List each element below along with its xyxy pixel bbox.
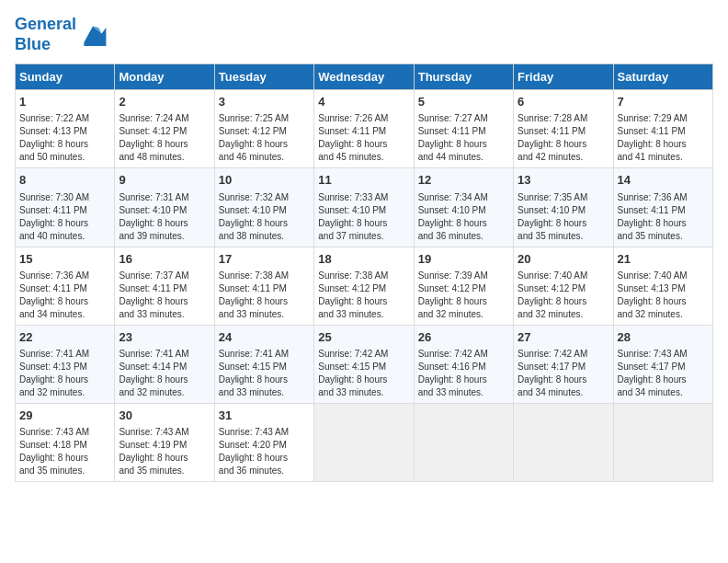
day-info-line: Sunset: 4:18 PM	[19, 439, 110, 452]
day-info-line: Sunset: 4:12 PM	[119, 125, 210, 138]
day-info-line: and 32 minutes.	[19, 386, 110, 399]
logo-icon	[78, 20, 108, 50]
calendar-week-4: 22Sunrise: 7:41 AMSunset: 4:13 PMDayligh…	[16, 325, 713, 403]
day-info-line: Sunrise: 7:30 AM	[19, 191, 110, 204]
day-number: 7	[618, 94, 709, 110]
day-info-line: and 39 minutes.	[119, 230, 210, 243]
weekday-header-sunday: Sunday	[16, 64, 115, 90]
day-info-line: Daylight: 8 hours	[518, 217, 609, 230]
calendar-cell: 1Sunrise: 7:22 AMSunset: 4:13 PMDaylight…	[16, 90, 115, 168]
day-number: 29	[19, 408, 110, 424]
day-info-line: Sunset: 4:16 PM	[418, 361, 509, 373]
day-info-line: and 33 minutes.	[418, 386, 509, 399]
calendar-cell	[414, 403, 513, 481]
calendar-cell: 10Sunrise: 7:32 AMSunset: 4:10 PMDayligh…	[214, 168, 313, 247]
weekday-header-tuesday: Tuesday	[214, 64, 313, 90]
day-number: 14	[618, 172, 709, 189]
calendar-cell: 19Sunrise: 7:39 AMSunset: 4:12 PMDayligh…	[414, 247, 513, 325]
calendar-cell: 15Sunrise: 7:36 AMSunset: 4:11 PMDayligh…	[16, 247, 115, 325]
day-info-line: Sunrise: 7:36 AM	[618, 191, 709, 204]
day-info-line: Sunrise: 7:43 AM	[219, 426, 310, 439]
calendar-cell: 16Sunrise: 7:37 AMSunset: 4:11 PMDayligh…	[115, 247, 214, 325]
day-info-line: Sunset: 4:10 PM	[318, 204, 409, 217]
page-header: General Blue	[15, 15, 713, 54]
day-info-line: Sunrise: 7:37 AM	[119, 270, 210, 282]
day-number: 9	[119, 172, 210, 189]
day-number: 25	[318, 329, 409, 346]
logo-blue: Blue	[15, 35, 51, 53]
day-info-line: Daylight: 8 hours	[418, 138, 509, 151]
day-number: 26	[418, 329, 509, 346]
day-info-line: Daylight: 8 hours	[618, 138, 709, 151]
day-info-line: Sunrise: 7:36 AM	[19, 270, 110, 282]
day-info-line: Daylight: 8 hours	[119, 138, 210, 151]
day-number: 4	[318, 94, 409, 110]
day-info-line: and 32 minutes.	[418, 308, 509, 321]
day-info-line: Daylight: 8 hours	[518, 373, 609, 386]
calendar-cell: 30Sunrise: 7:43 AMSunset: 4:19 PMDayligh…	[115, 403, 214, 481]
day-info-line: Sunset: 4:20 PM	[219, 439, 310, 452]
day-number: 22	[19, 329, 110, 346]
day-info-line: Sunrise: 7:31 AM	[119, 191, 210, 204]
day-info-line: and 48 minutes.	[119, 151, 210, 164]
day-info-line: Sunrise: 7:41 AM	[19, 348, 110, 361]
weekday-header-thursday: Thursday	[414, 64, 513, 90]
day-info-line: Sunset: 4:11 PM	[618, 125, 709, 138]
calendar-cell: 4Sunrise: 7:26 AMSunset: 4:11 PMDaylight…	[314, 90, 414, 168]
calendar-cell: 17Sunrise: 7:38 AMSunset: 4:11 PMDayligh…	[214, 247, 313, 325]
day-info-line: Daylight: 8 hours	[618, 295, 709, 308]
calendar-cell: 31Sunrise: 7:43 AMSunset: 4:20 PMDayligh…	[214, 403, 313, 481]
calendar-cell: 21Sunrise: 7:40 AMSunset: 4:13 PMDayligh…	[613, 247, 712, 325]
day-info-line: and 42 minutes.	[518, 151, 609, 164]
day-info-line: Daylight: 8 hours	[318, 295, 409, 308]
day-info-line: Daylight: 8 hours	[418, 295, 509, 308]
calendar-cell: 3Sunrise: 7:25 AMSunset: 4:12 PMDaylight…	[214, 90, 313, 168]
weekday-header-wednesday: Wednesday	[314, 64, 414, 90]
calendar-cell: 5Sunrise: 7:27 AMSunset: 4:11 PMDaylight…	[414, 90, 513, 168]
day-info-line: Sunrise: 7:41 AM	[119, 348, 210, 361]
day-info-line: Sunset: 4:11 PM	[418, 125, 509, 138]
calendar-cell: 12Sunrise: 7:34 AMSunset: 4:10 PMDayligh…	[414, 168, 513, 247]
day-info-line: Sunset: 4:17 PM	[518, 361, 609, 373]
day-info-line: Sunset: 4:12 PM	[518, 282, 609, 295]
header-row: SundayMondayTuesdayWednesdayThursdayFrid…	[16, 64, 713, 90]
calendar-cell: 8Sunrise: 7:30 AMSunset: 4:11 PMDaylight…	[16, 168, 115, 247]
logo-text: General Blue	[15, 15, 76, 54]
calendar-cell	[314, 403, 414, 481]
day-info-line: Sunrise: 7:28 AM	[518, 112, 609, 125]
day-number: 31	[219, 408, 310, 424]
day-info-line: and 36 minutes.	[418, 230, 509, 243]
calendar-cell: 7Sunrise: 7:29 AMSunset: 4:11 PMDaylight…	[613, 90, 712, 168]
day-info-line: Daylight: 8 hours	[418, 217, 509, 230]
calendar-week-3: 15Sunrise: 7:36 AMSunset: 4:11 PMDayligh…	[16, 247, 713, 325]
calendar-cell: 26Sunrise: 7:42 AMSunset: 4:16 PMDayligh…	[414, 325, 513, 403]
day-info-line: Sunrise: 7:34 AM	[418, 191, 509, 204]
day-info-line: Sunrise: 7:38 AM	[318, 270, 409, 282]
day-info-line: and 50 minutes.	[19, 151, 110, 164]
calendar-cell: 28Sunrise: 7:43 AMSunset: 4:17 PMDayligh…	[613, 325, 712, 403]
day-number: 28	[618, 329, 709, 346]
day-info-line: Sunrise: 7:27 AM	[418, 112, 509, 125]
day-info-line: and 45 minutes.	[318, 151, 409, 164]
calendar-cell: 9Sunrise: 7:31 AMSunset: 4:10 PMDaylight…	[115, 168, 214, 247]
day-info-line: and 35 minutes.	[618, 230, 709, 243]
day-info-line: Daylight: 8 hours	[618, 373, 709, 386]
day-info-line: Sunset: 4:13 PM	[19, 125, 110, 138]
day-info-line: Sunset: 4:12 PM	[318, 282, 409, 295]
calendar-table: SundayMondayTuesdayWednesdayThursdayFrid…	[15, 63, 713, 482]
day-info-line: Daylight: 8 hours	[119, 295, 210, 308]
day-info-line: Daylight: 8 hours	[119, 217, 210, 230]
calendar-cell: 22Sunrise: 7:41 AMSunset: 4:13 PMDayligh…	[16, 325, 115, 403]
calendar-cell	[613, 403, 712, 481]
day-info-line: Sunrise: 7:22 AM	[19, 112, 110, 125]
day-info-line: Sunset: 4:13 PM	[19, 361, 110, 373]
day-number: 11	[318, 172, 409, 189]
day-info-line: Sunrise: 7:26 AM	[318, 112, 409, 125]
day-info-line: and 36 minutes.	[219, 465, 310, 477]
weekday-header-friday: Friday	[514, 64, 613, 90]
day-number: 1	[19, 94, 110, 110]
day-info-line: Sunset: 4:10 PM	[219, 204, 310, 217]
day-info-line: Daylight: 8 hours	[219, 295, 310, 308]
day-info-line: Sunrise: 7:32 AM	[219, 191, 310, 204]
calendar-cell: 13Sunrise: 7:35 AMSunset: 4:10 PMDayligh…	[514, 168, 613, 247]
